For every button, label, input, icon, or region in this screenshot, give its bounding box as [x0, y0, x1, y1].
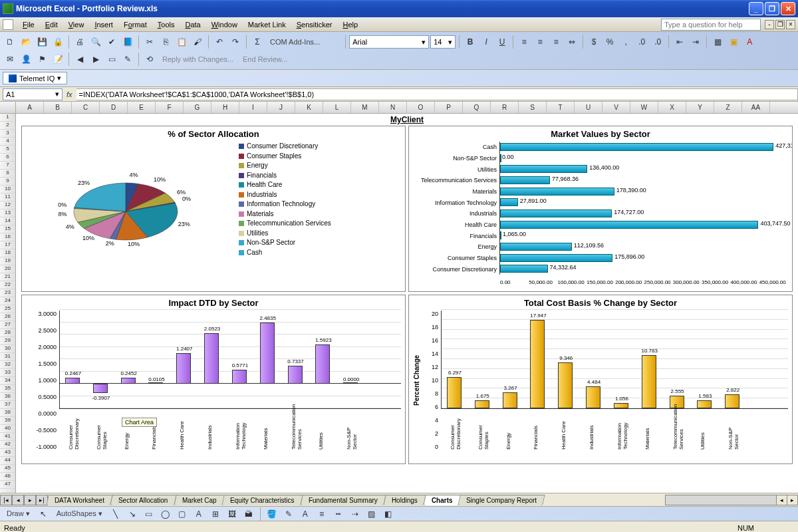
picture-icon[interactable]: 🏔 [241, 507, 256, 521]
menu-market-link[interactable]: Market Link [243, 19, 291, 31]
row-header[interactable]: 2 [0, 122, 15, 130]
select-all-corner[interactable] [0, 102, 16, 113]
recipient-icon[interactable]: 👤 [19, 52, 33, 66]
menu-window[interactable]: Window [206, 19, 243, 31]
chart-impact-dtd[interactable]: Impact DTD by Sector 3.00002.50002.00001… [21, 295, 406, 464]
undo-icon[interactable]: ↶ [212, 35, 227, 49]
increase-decimal-icon[interactable]: .0 [634, 35, 649, 49]
maximize-button[interactable]: ❐ [765, 2, 779, 15]
open-icon[interactable]: 📂 [19, 35, 33, 49]
new-icon[interactable]: 🗋 [3, 35, 17, 49]
tab-nav-prev[interactable]: ◂ [12, 495, 24, 505]
arrow-style-icon[interactable]: ⇢ [348, 507, 362, 521]
row-header[interactable]: 5 [0, 146, 15, 154]
column-header[interactable]: J [267, 102, 295, 113]
doc-close-button[interactable]: × [786, 20, 795, 29]
align-right-icon[interactable]: ≡ [549, 35, 563, 49]
column-header[interactable]: V [602, 102, 630, 113]
row-header[interactable]: 34 [0, 377, 15, 385]
row-header[interactable]: 4 [0, 138, 15, 146]
align-center-icon[interactable]: ≡ [533, 35, 547, 49]
borders-icon[interactable]: ▦ [710, 35, 725, 49]
permission-icon[interactable]: 🔒 [51, 35, 65, 49]
save-icon[interactable]: 💾 [35, 35, 49, 49]
row-header[interactable]: 11 [0, 194, 15, 201]
review-prev-icon[interactable]: ◀ [72, 52, 87, 66]
row-header[interactable]: 40 [0, 425, 15, 433]
currency-icon[interactable]: $ [587, 35, 601, 49]
row-header[interactable]: 35 [0, 385, 15, 393]
row-header[interactable]: 26 [0, 313, 15, 321]
column-header[interactable]: Z [714, 102, 742, 113]
row-header[interactable]: 24 [0, 297, 15, 305]
column-header[interactable]: A [16, 102, 44, 113]
diagram-icon[interactable]: ⊞ [208, 507, 223, 521]
increase-indent-icon[interactable]: ⇥ [688, 35, 703, 49]
column-header[interactable]: Y [686, 102, 714, 113]
row-header[interactable]: 46 [0, 473, 15, 481]
menu-edit[interactable]: Edit [40, 19, 63, 31]
row-header[interactable]: 27 [0, 321, 15, 329]
com-addins-button[interactable]: COM Add-Ins... [266, 38, 324, 46]
column-header[interactable]: T [547, 102, 575, 113]
row-header[interactable]: 42 [0, 441, 15, 449]
format-painter-icon[interactable]: 🖌 [190, 35, 205, 49]
row-header[interactable]: 16 [0, 233, 15, 241]
sheet-tab[interactable]: Charts [423, 495, 461, 505]
decrease-indent-icon[interactable]: ⇤ [672, 35, 687, 49]
clipart-icon[interactable]: 🖼 [225, 507, 239, 521]
menu-format[interactable]: Format [118, 19, 152, 31]
column-header[interactable]: R [491, 102, 519, 113]
column-header[interactable]: X [658, 102, 686, 113]
wordart-icon[interactable]: A [192, 507, 206, 521]
fill-color-icon[interactable]: ▣ [726, 35, 741, 49]
row-header[interactable]: 47 [0, 481, 15, 489]
menu-insert[interactable]: Insert [89, 19, 118, 31]
row-header[interactable]: 13 [0, 209, 15, 217]
column-header[interactable]: F [156, 102, 184, 113]
column-header[interactable]: I [239, 102, 267, 113]
merge-center-icon[interactable]: ⇔ [565, 35, 579, 49]
row-header[interactable]: 6 [0, 154, 15, 162]
column-header[interactable]: B [44, 102, 72, 113]
row-header[interactable]: 38 [0, 409, 15, 417]
menu-sensiticker[interactable]: Sensiticker [291, 19, 338, 31]
3d-icon[interactable]: ◧ [381, 507, 396, 521]
row-header[interactable]: 29 [0, 337, 15, 345]
sheet-tab[interactable]: Fundamental Summary [300, 495, 386, 505]
font-selector[interactable]: Arial▾ [349, 35, 429, 49]
font-color-icon[interactable]: A [742, 35, 757, 49]
row-header[interactable]: 44 [0, 457, 15, 465]
scroll-left-icon[interactable]: ◂ [776, 495, 787, 505]
dash-style-icon[interactable]: ┅ [331, 507, 346, 521]
formula-bar[interactable]: =INDEX('DATA Worksheet'!$CA$1:$CA$1000,'… [76, 88, 798, 100]
menu-file[interactable]: File [17, 19, 40, 31]
row-header[interactable]: 8 [0, 170, 15, 178]
help-search-input[interactable] [661, 19, 761, 31]
column-header[interactable]: H [211, 102, 239, 113]
minimize-button[interactable]: _ [749, 2, 763, 15]
row-header[interactable]: 9 [0, 178, 15, 186]
align-left-icon[interactable]: ≡ [517, 35, 531, 49]
row-header[interactable]: 15 [0, 225, 15, 233]
close-button[interactable]: ✕ [781, 2, 795, 15]
column-header[interactable]: K [295, 102, 323, 113]
tab-nav-first[interactable]: |◂ [0, 495, 12, 505]
autoshapes-menu[interactable]: AutoShapes ▾ [53, 509, 106, 518]
copy-icon[interactable]: ⎘ [158, 35, 173, 49]
row-header[interactable]: 41 [0, 433, 15, 441]
column-header[interactable]: W [630, 102, 658, 113]
row-header[interactable]: 31 [0, 353, 15, 361]
column-header[interactable]: G [184, 102, 211, 113]
textbox-icon[interactable]: ▢ [175, 507, 190, 521]
redo-icon[interactable]: ↷ [228, 35, 243, 49]
row-header[interactable]: 12 [0, 201, 15, 209]
percent-icon[interactable]: % [602, 35, 617, 49]
review-ink-icon[interactable]: ✎ [120, 52, 135, 66]
chart-market-values[interactable]: Market Values by Sector CashNon-S&P Sect… [408, 126, 793, 292]
column-header[interactable]: C [72, 102, 100, 113]
row-header[interactable]: 3 [0, 130, 15, 138]
column-header[interactable]: Q [463, 102, 491, 113]
review-show-icon[interactable]: ▭ [104, 52, 119, 66]
name-box[interactable]: A1▾ [3, 88, 63, 100]
